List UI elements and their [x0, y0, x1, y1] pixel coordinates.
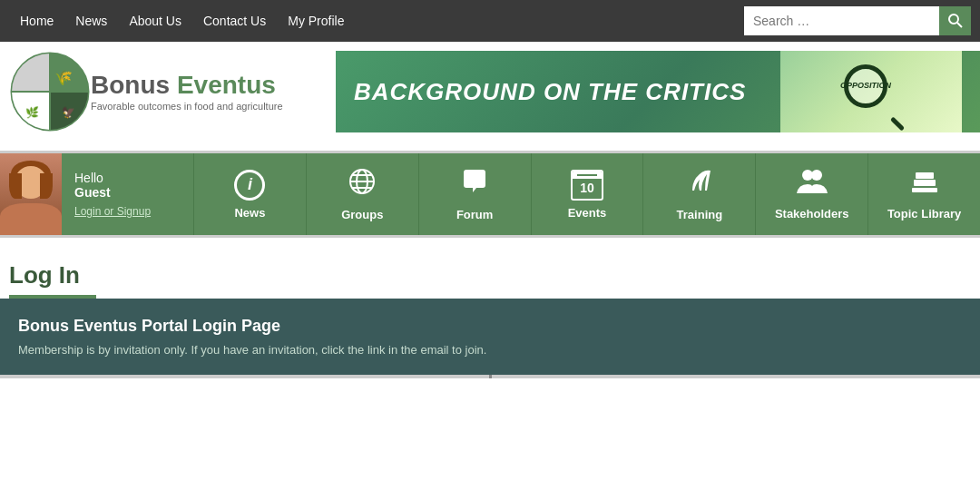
nav-tile-topic-library[interactable]: Topic Library: [867, 153, 980, 235]
nav-about[interactable]: About Us: [118, 0, 192, 42]
training-label: Training: [677, 208, 723, 221]
nav-tile-stakeholders[interactable]: Stakeholders: [755, 153, 867, 235]
svg-rect-16: [914, 180, 936, 186]
nav-tile-groups[interactable]: Groups: [306, 153, 418, 235]
library-icon: [910, 168, 939, 201]
globe-icon: [348, 167, 377, 202]
nav-profile[interactable]: My Profile: [277, 0, 355, 42]
hello-label: Hello: [74, 171, 103, 185]
banner-text: BACKGROUND ON THE CRITICS: [354, 78, 746, 106]
search-input[interactable]: [744, 6, 939, 35]
logo-text: Bonus Eventus Favorable outcomes in food…: [91, 72, 283, 113]
nav-contact[interactable]: Contact Us: [192, 0, 277, 42]
magnifier-graphic: OPPOSITION: [844, 64, 898, 119]
login-title: Bonus Eventus Portal Login Page: [18, 317, 962, 336]
nav-tile-events[interactable]: 10 Events: [531, 153, 643, 235]
nav-tile-training[interactable]: Training: [642, 153, 755, 235]
header-area: 🌾 🦅 🌿 Bonus Eventus Favorable outcomes i…: [0, 42, 980, 142]
login-content: Bonus Eventus Portal Login Page Membersh…: [0, 299, 980, 375]
forum-label: Forum: [456, 208, 493, 221]
login-section: Log In: [0, 238, 980, 299]
calendar-icon: 10: [571, 170, 603, 201]
info-icon: i: [234, 170, 265, 201]
banner-area: BACKGROUND ON THE CRITICS OPPOSITION: [336, 51, 980, 132]
bottom-divider: [0, 375, 980, 378]
brand-second: Eventus: [177, 71, 276, 99]
logo-icon: 🌾 🦅 🌿: [9, 51, 91, 132]
svg-point-0: [949, 15, 958, 24]
events-label: Events: [568, 206, 607, 220]
nav-tile-forum[interactable]: Forum: [418, 153, 531, 235]
search-icon: [948, 14, 963, 28]
chat-icon: [460, 167, 489, 202]
svg-line-1: [957, 23, 962, 27]
topic-library-label: Topic Library: [887, 207, 961, 220]
nav-tile-news[interactable]: i News: [193, 153, 306, 235]
nav-tiles: Hello Guest Login or Signup i News Group…: [0, 151, 980, 238]
opposition-label: OPPOSITION: [840, 82, 891, 91]
guest-avatar-tile: [0, 153, 62, 235]
tagline: Favorable outcomes in food and agricultu…: [91, 101, 283, 112]
svg-point-14: [811, 170, 822, 181]
svg-rect-17: [916, 172, 934, 179]
stakeholders-label: Stakeholders: [775, 207, 849, 220]
guest-name: Guest: [74, 185, 111, 200]
svg-rect-15: [912, 188, 937, 192]
login-description: Membership is by invitation only. If you…: [18, 343, 962, 357]
logo-area: 🌾 🦅 🌿 Bonus Eventus Favorable outcomes i…: [9, 51, 318, 132]
groups-label: Groups: [341, 208, 383, 221]
center-divider-line: [489, 375, 492, 378]
logo-container: 🌾 🦅 🌿 Bonus Eventus Favorable outcomes i…: [9, 51, 318, 132]
nav-news[interactable]: News: [64, 0, 118, 42]
nav-links: Home News About Us Contact Us My Profile: [9, 0, 744, 42]
banner-right: OPPOSITION: [780, 51, 962, 132]
stakeholders-icon: [797, 168, 828, 201]
news-label: News: [234, 206, 265, 220]
search-box: [744, 6, 971, 35]
svg-text:🌾: 🌾: [54, 69, 73, 86]
hello-guest-tile: Hello Guest Login or Signup: [62, 153, 193, 235]
nav-home[interactable]: Home: [9, 0, 64, 42]
login-header: Log In: [9, 256, 96, 299]
svg-text:🦅: 🦅: [62, 105, 75, 119]
login-signup-link[interactable]: Login or Signup: [74, 205, 151, 218]
search-button[interactable]: [939, 6, 971, 35]
brand-name: Bonus Eventus: [91, 72, 283, 100]
feather-icon: [685, 167, 714, 202]
top-navigation: Home News About Us Contact Us My Profile: [0, 0, 980, 42]
brand-first: Bonus: [91, 71, 177, 99]
svg-text:🌿: 🌿: [25, 105, 39, 119]
